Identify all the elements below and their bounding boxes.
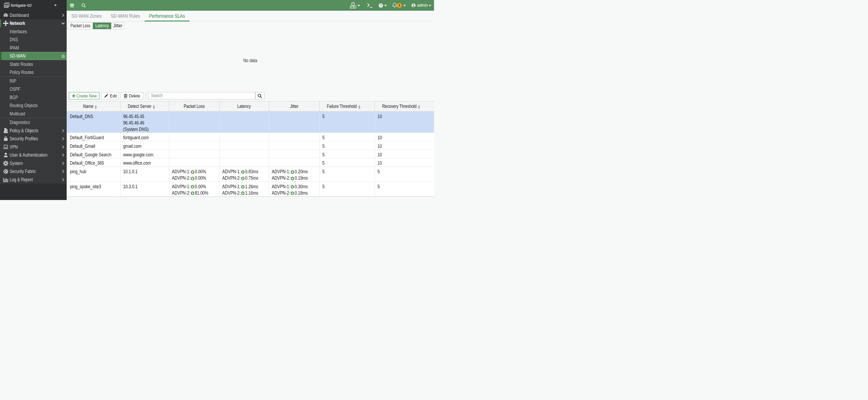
svg-text:?: ? — [380, 4, 382, 7]
